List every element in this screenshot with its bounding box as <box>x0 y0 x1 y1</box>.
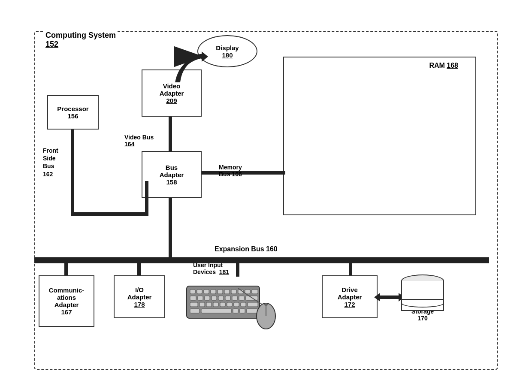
bus-adapter-to-expansion <box>169 198 172 258</box>
video-bus-label: Video Bus164 <box>124 134 154 148</box>
comm-adapter-num: 167 <box>61 308 72 316</box>
svg-rect-3 <box>190 289 195 294</box>
processor-box: Processor 156 <box>47 95 99 130</box>
svg-rect-23 <box>200 302 205 307</box>
svg-rect-18 <box>225 296 230 300</box>
front-side-bus-turn <box>145 181 148 216</box>
memory-bus-label: MemoryBus 166 <box>219 164 242 178</box>
comm-to-expansion <box>64 257 68 277</box>
svg-rect-25 <box>213 302 218 307</box>
bus-adapter-box: BusAdapter 158 <box>142 151 202 198</box>
svg-rect-16 <box>212 296 217 300</box>
keyboard-mouse-icon <box>182 277 281 335</box>
processor-num: 156 <box>67 112 78 120</box>
svg-rect-31 <box>190 309 200 313</box>
front-side-bus-label: FrontSideBus162 <box>43 147 58 178</box>
bus-adapter-label: BusAdapter <box>160 164 184 178</box>
expansion-bus-label: Expansion Bus 160 <box>215 245 278 253</box>
svg-rect-8 <box>224 289 230 294</box>
svg-rect-26 <box>220 302 225 307</box>
svg-rect-24 <box>206 302 212 307</box>
display-num: 180 <box>222 51 233 59</box>
svg-rect-28 <box>234 302 239 307</box>
svg-rect-12 <box>252 289 258 294</box>
svg-rect-7 <box>218 289 223 294</box>
io-adapter-num: 178 <box>134 301 145 308</box>
comm-adapter-label: Communic-ationsAdapter <box>49 286 85 308</box>
diagram: Computing System152 RAM 168 Circuit Cont… <box>30 18 502 374</box>
ram-label: RAM 168 <box>429 62 458 69</box>
svg-rect-20 <box>239 296 244 300</box>
svg-rect-32 <box>201 309 231 313</box>
svg-rect-6 <box>211 289 216 294</box>
video-adapter-num: 209 <box>166 97 177 104</box>
display-label: Display <box>216 44 239 51</box>
video-adapter-label: VideoAdapter <box>160 82 184 97</box>
input-devices-svg <box>182 277 281 333</box>
data-storage: DataStorage170 <box>399 274 446 322</box>
svg-rect-17 <box>218 296 224 300</box>
video-to-display-arrow <box>157 44 204 78</box>
computing-system-label: Computing System152 <box>44 31 118 49</box>
svg-rect-27 <box>227 302 232 307</box>
svg-rect-34 <box>240 309 245 313</box>
svg-rect-29 <box>241 302 246 307</box>
drive-adapter-box: DriveAdapter 172 <box>322 275 378 318</box>
io-adapter-label: I/OAdapter <box>127 286 152 301</box>
comm-adapter-box: Communic-ationsAdapter 167 <box>39 275 94 327</box>
svg-rect-35 <box>247 309 258 313</box>
video-bus-line <box>169 117 172 152</box>
front-side-bus-vertical <box>71 130 74 215</box>
svg-rect-14 <box>198 296 203 300</box>
io-adapter-box: I/OAdapter 178 <box>114 275 165 318</box>
svg-point-38 <box>264 303 268 306</box>
svg-rect-13 <box>190 296 196 300</box>
svg-rect-9 <box>231 289 236 294</box>
cylinder-bottom <box>401 299 444 308</box>
expansion-bus-bar <box>34 257 489 263</box>
svg-rect-4 <box>197 289 202 294</box>
drive-to-expansion <box>349 257 352 277</box>
svg-rect-30 <box>248 302 258 307</box>
front-side-bus-horizontal <box>71 212 148 216</box>
svg-rect-5 <box>204 289 209 294</box>
drive-adapter-num: 172 <box>344 301 355 308</box>
cylinder-shape <box>401 274 444 308</box>
bus-adapter-num: 158 <box>166 178 177 186</box>
svg-rect-15 <box>205 296 210 300</box>
user-input-to-expansion <box>236 257 239 277</box>
drive-storage-arrow <box>378 296 401 299</box>
io-to-expansion <box>137 257 141 277</box>
user-input-label: User InputDevices 181 <box>193 262 229 275</box>
ram-outer-box: RAM 168 Circuit Controller 126 Operating… <box>283 57 476 215</box>
memory-bus-line <box>202 171 285 175</box>
svg-rect-19 <box>232 296 237 300</box>
svg-marker-1 <box>202 51 208 62</box>
svg-rect-22 <box>190 302 198 307</box>
arrow-svg <box>157 44 208 82</box>
processor-label: Processor <box>57 105 88 112</box>
drive-adapter-label: DriveAdapter <box>338 286 362 301</box>
svg-rect-33 <box>233 309 238 313</box>
